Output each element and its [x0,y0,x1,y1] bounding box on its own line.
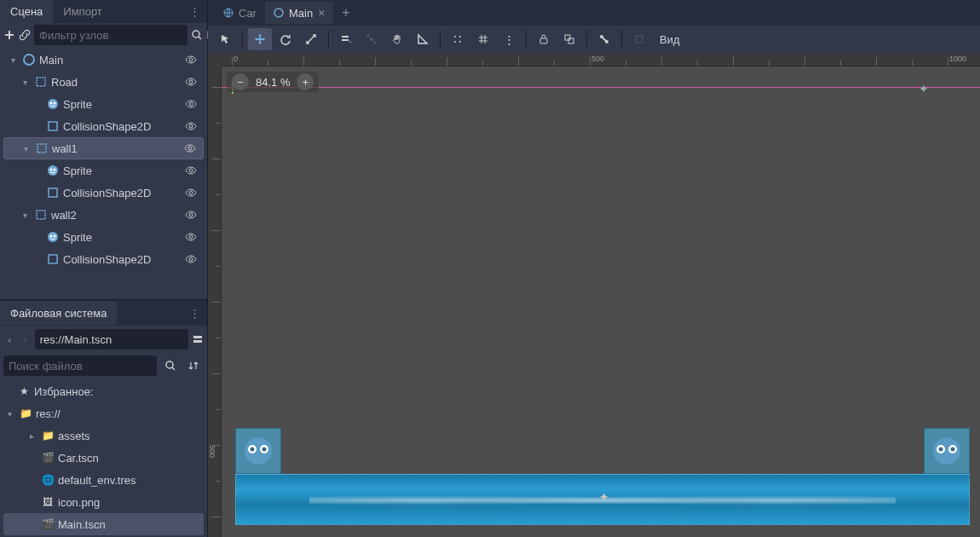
search-files-icon[interactable] [160,355,181,377]
path-forward-button[interactable]: › [19,329,31,349]
close-tab-icon[interactable]: × [318,6,325,20]
expand-toggle[interactable]: ▾ [7,55,19,65]
expand-toggle[interactable]: ▾ [19,211,31,220]
scene-tree[interactable]: ▾Main▾RoadSpriteCollisionShape2D▾wall1Sp… [0,47,207,299]
road-sprite[interactable]: ✦ [235,474,970,525]
tab-scene[interactable]: Сцена [0,0,53,23]
tree-node-main[interactable]: ▾Main [3,49,204,71]
link-node-button[interactable] [19,24,31,46]
visibility-toggle[interactable] [185,54,204,66]
zoom-in-button[interactable]: + [297,73,314,90]
path-back-button[interactable]: ‹ [3,329,15,349]
node-label: wall2 [51,209,185,222]
scene-tab-car[interactable]: Car [215,3,265,24]
visibility-toggle[interactable] [185,231,204,243]
favorites-row[interactable]: ★ Избранное: [3,380,204,402]
anchor-button[interactable] [627,28,651,50]
zoom-level[interactable]: 84.1 % [256,76,290,89]
visibility-toggle[interactable] [185,76,204,88]
road-center-handle[interactable]: ✦ [599,490,609,504]
tree-node-collisionshape2d[interactable]: CollisionShape2D [3,115,204,137]
bone-button[interactable] [592,28,616,50]
sprite-icon [46,97,60,111]
tab-import[interactable]: Импорт [53,0,112,23]
visibility-toggle[interactable] [185,165,204,176]
svg-rect-18 [49,188,57,197]
lock-select-button[interactable] [360,28,383,50]
expand-toggle[interactable]: ▾ [19,78,31,87]
add-scene-tab[interactable]: + [333,2,358,24]
tree-node-collisionshape2d[interactable]: CollisionShape2D [3,248,204,270]
group-button[interactable] [557,28,581,50]
svg-point-41 [459,41,461,43]
svg-point-32 [274,9,283,17]
svg-point-9 [189,102,193,106]
visibility-toggle[interactable] [185,98,204,110]
ruler-horizontal[interactable]: 0 500 1000 [222,53,980,66]
viewport[interactable]: 0 500 1000 500 − 84.1 % + ✦ ✦ [208,53,980,537]
lock-button[interactable] [532,28,556,50]
rotate-mode-button[interactable] [274,28,297,50]
pan-mode-button[interactable] [385,28,409,50]
ruler-corner [208,53,222,66]
snap-toggle-button[interactable] [446,28,470,50]
svg-point-14 [48,165,58,176]
visibility-toggle[interactable] [185,253,204,265]
svg-point-0 [193,31,199,38]
visibility-toggle[interactable] [185,209,204,221]
svg-point-52 [262,448,267,452]
fs-item-icon-png[interactable]: 🖼icon.png [3,491,204,513]
tree-node-road[interactable]: ▾Road [3,71,204,93]
res-root-row[interactable]: ▾ 📁 res:// [3,402,204,424]
tab-main-label: Main [289,7,313,20]
visibility-toggle[interactable] [184,142,203,154]
list-select-button[interactable] [334,28,358,50]
ruler-mode-button[interactable] [411,28,435,50]
tree-node-sprite[interactable]: Sprite [3,93,204,115]
visibility-toggle[interactable] [185,187,204,199]
zoom-out-button[interactable]: − [232,73,249,90]
canvas-area[interactable]: − 84.1 % + ✦ ✦ [222,66,980,537]
expand-toggle[interactable]: ▾ [3,409,15,419]
fs-item-car-tscn[interactable]: 🎬Car.tscn [3,447,204,469]
wall1-sprite[interactable] [235,428,281,474]
node-label: Sprite [63,231,185,244]
favorites-label: Избранное: [34,385,94,398]
tree-node-wall2[interactable]: ▾wall2 [3,204,204,226]
path-view-button[interactable] [192,329,204,349]
view-menu[interactable]: Вид [653,33,687,46]
tree-node-wall1[interactable]: ▾wall1 [3,137,204,159]
snap-options-button[interactable]: ⋮ [497,28,521,50]
ruler-vertical[interactable]: 500 [208,66,222,537]
search-files-input[interactable] [3,355,157,376]
move-mode-button[interactable] [248,28,272,50]
filesystem-tree[interactable]: ★ Избранное: ▾ 📁 res:// ▸📁assets🎬Car.tsc… [0,378,207,537]
guide-line[interactable] [222,87,980,88]
wall2-sprite[interactable] [924,428,970,474]
path-input[interactable] [35,329,188,349]
sprite-icon [46,230,60,244]
tree-node-sprite[interactable]: Sprite [3,226,204,248]
add-node-button[interactable] [3,24,15,46]
scale-mode-button[interactable] [299,28,323,50]
scene-tab-main[interactable]: Main × [265,2,333,24]
tree-node-collisionshape2d[interactable]: CollisionShape2D [3,182,204,204]
fs-item-main-tscn[interactable]: 🎬Main.tscn [3,513,204,535]
select-mode-button[interactable] [213,28,237,50]
expand-toggle[interactable]: ▾ [20,144,32,153]
search-icon[interactable] [191,24,203,46]
filesystem-menu-icon[interactable]: ⋮ [182,307,207,320]
svg-point-57 [951,448,955,452]
fs-item-assets[interactable]: ▸📁assets [3,424,204,447]
sort-files-button[interactable] [184,355,205,377]
fs-item-default_env-tres[interactable]: 🌐default_env.tres [3,469,204,491]
tree-node-sprite[interactable]: Sprite [3,159,204,182]
fs-item-label: Main.tscn [58,518,106,531]
svg-point-25 [189,235,193,239]
grid-snap-button[interactable] [471,28,495,50]
transform-handle[interactable]: ✦ [919,82,929,95]
filter-nodes-input[interactable] [34,25,187,45]
expand-toggle[interactable]: ▸ [26,431,37,441]
panel-menu-icon[interactable]: ⋮ [182,5,207,18]
visibility-toggle[interactable] [185,120,204,132]
